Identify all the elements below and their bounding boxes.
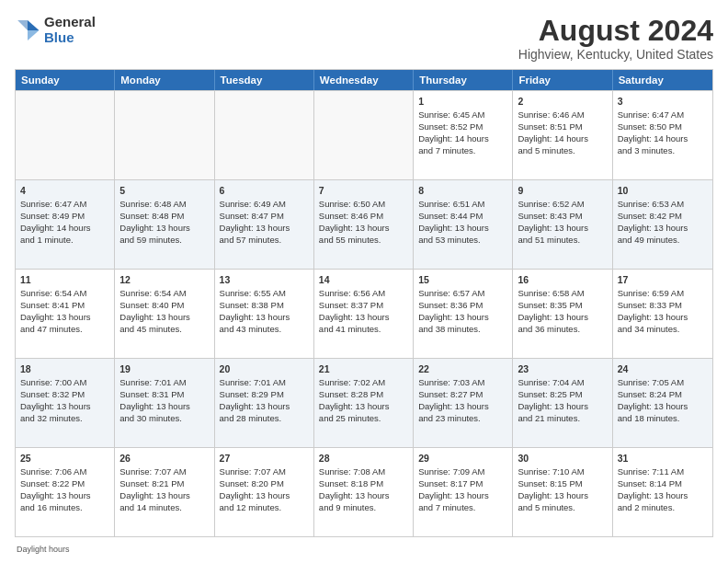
day-info-line: Sunrise: 6:52 AM (518, 199, 607, 211)
day-info-line: Sunset: 8:48 PM (119, 211, 209, 223)
daylight-note: Daylight hours (15, 545, 713, 554)
day-info-line: Sunset: 8:52 PM (418, 121, 507, 133)
calendar-cell: 18Sunrise: 7:00 AMSunset: 8:32 PMDayligh… (16, 359, 115, 447)
day-info-line: Sunset: 8:43 PM (518, 211, 607, 223)
day-info-line: and 5 minutes. (518, 145, 607, 157)
day-info-line: Daylight: 13 hours (618, 401, 708, 413)
day-info-line: Daylight: 13 hours (220, 223, 309, 235)
day-number: 24 (618, 362, 708, 375)
day-info-line: Sunset: 8:22 PM (20, 478, 109, 490)
logo-icon (15, 17, 40, 43)
day-info-line: and 47 minutes. (20, 324, 109, 336)
day-info-line: Sunset: 8:20 PM (220, 478, 309, 490)
calendar-cell: 20Sunrise: 7:01 AMSunset: 8:29 PMDayligh… (215, 359, 314, 447)
day-info-line: and 36 minutes. (518, 324, 607, 336)
day-info-line: Daylight: 13 hours (618, 312, 708, 324)
day-info-line: Sunrise: 6:58 AM (518, 288, 607, 300)
day-number: 5 (119, 184, 209, 197)
day-number: 14 (319, 273, 408, 286)
day-info-line: Sunset: 8:49 PM (20, 211, 109, 223)
day-info-line: Sunrise: 6:46 AM (518, 109, 607, 121)
day-number: 11 (20, 273, 109, 286)
day-info-line: Sunset: 8:31 PM (119, 389, 209, 401)
day-number: 21 (319, 362, 408, 375)
calendar-cell: 10Sunrise: 6:53 AMSunset: 8:42 PMDayligh… (613, 180, 712, 269)
day-info-line: Sunset: 8:14 PM (618, 478, 708, 490)
day-info-line: Sunrise: 7:04 AM (518, 377, 607, 389)
svg-marker-0 (28, 20, 39, 30)
day-info-line: Sunrise: 6:50 AM (319, 199, 408, 211)
calendar-header: SundayMondayTuesdayWednesdayThursdayFrid… (16, 70, 712, 90)
day-info-line: and 5 minutes. (518, 502, 607, 514)
day-info-line: and 49 minutes. (618, 235, 708, 247)
calendar-cell: 5Sunrise: 6:48 AMSunset: 8:48 PMDaylight… (115, 180, 214, 269)
calendar-header-cell: Thursday (414, 70, 513, 90)
day-info-line: Daylight: 13 hours (319, 490, 408, 502)
day-number: 6 (220, 184, 309, 197)
page: General Blue August 2024 Highview, Kentu… (0, 0, 728, 563)
day-number: 7 (319, 184, 408, 197)
calendar-cell: 14Sunrise: 6:56 AMSunset: 8:37 PMDayligh… (314, 270, 414, 358)
day-info-line: Daylight: 13 hours (20, 312, 109, 324)
day-info-line: Daylight: 13 hours (20, 490, 109, 502)
calendar-header-cell: Saturday (613, 70, 712, 90)
day-info-line: and 25 minutes. (319, 413, 408, 425)
day-info-line: Sunset: 8:25 PM (518, 389, 607, 401)
logo-general: General (44, 15, 96, 30)
day-number: 29 (418, 452, 507, 465)
day-info-line: Daylight: 13 hours (20, 401, 109, 413)
day-number: 12 (119, 273, 209, 286)
calendar-cell: 7Sunrise: 6:50 AMSunset: 8:46 PMDaylight… (314, 180, 414, 269)
day-number: 30 (518, 452, 607, 465)
calendar-row: 4Sunrise: 6:47 AMSunset: 8:49 PMDaylight… (16, 179, 712, 269)
day-info-line: Sunset: 8:15 PM (518, 478, 607, 490)
day-number: 18 (20, 362, 109, 375)
day-info-line: Sunset: 8:46 PM (319, 211, 408, 223)
day-info-line: Sunset: 8:21 PM (119, 478, 209, 490)
calendar-header-cell: Monday (115, 70, 214, 90)
subtitle: Highview, Kentucky, United States (518, 47, 713, 62)
day-number: 25 (20, 452, 109, 465)
day-info-line: and 18 minutes. (618, 413, 708, 425)
day-info-line: Sunrise: 7:06 AM (20, 466, 109, 478)
day-info-line: Daylight: 13 hours (119, 312, 209, 324)
day-info-line: Sunrise: 7:09 AM (418, 466, 507, 478)
day-info-line: Sunset: 8:27 PM (418, 389, 507, 401)
day-info-line: Sunrise: 7:07 AM (119, 466, 209, 478)
day-number: 19 (119, 362, 209, 375)
svg-marker-2 (17, 20, 28, 30)
day-number: 27 (220, 452, 309, 465)
calendar-cell: 11Sunrise: 6:54 AMSunset: 8:41 PMDayligh… (16, 270, 115, 358)
day-number: 26 (119, 452, 209, 465)
day-info-line: Sunrise: 6:54 AM (119, 288, 209, 300)
day-number: 31 (618, 452, 708, 465)
day-info-line: and 1 minute. (20, 235, 109, 247)
calendar-header-cell: Friday (513, 70, 612, 90)
day-info-line: Sunrise: 6:45 AM (418, 109, 507, 121)
calendar-cell: 31Sunrise: 7:11 AMSunset: 8:14 PMDayligh… (613, 448, 712, 536)
title-block: August 2024 Highview, Kentucky, United S… (518, 15, 713, 62)
day-info-line: and 2 minutes. (618, 502, 708, 514)
day-info-line: Sunrise: 6:49 AM (220, 199, 309, 211)
day-number: 1 (418, 95, 507, 108)
calendar-cell: 17Sunrise: 6:59 AMSunset: 8:33 PMDayligh… (613, 270, 712, 358)
day-info-line: Sunrise: 7:01 AM (119, 377, 209, 389)
calendar-cell: 23Sunrise: 7:04 AMSunset: 8:25 PMDayligh… (513, 359, 612, 447)
day-info-line: and 7 minutes. (418, 502, 507, 514)
day-info-line: Daylight: 14 hours (618, 133, 708, 145)
calendar-row: 11Sunrise: 6:54 AMSunset: 8:41 PMDayligh… (16, 269, 712, 358)
day-info-line: Sunrise: 6:47 AM (618, 109, 708, 121)
day-info-line: Daylight: 13 hours (119, 401, 209, 413)
calendar-cell (115, 91, 214, 179)
calendar-cell: 12Sunrise: 6:54 AMSunset: 8:40 PMDayligh… (115, 270, 214, 358)
day-number: 2 (518, 95, 607, 108)
day-info-line: Daylight: 13 hours (418, 401, 507, 413)
day-info-line: Sunrise: 7:03 AM (418, 377, 507, 389)
calendar-header-cell: Tuesday (215, 70, 314, 90)
day-info-line: Sunrise: 6:54 AM (20, 288, 109, 300)
header: General Blue August 2024 Highview, Kentu… (15, 15, 713, 62)
day-info-line: Daylight: 13 hours (319, 223, 408, 235)
day-info-line: Sunset: 8:44 PM (418, 211, 507, 223)
day-info-line: Daylight: 13 hours (518, 223, 607, 235)
day-info-line: Sunset: 8:51 PM (518, 121, 607, 133)
